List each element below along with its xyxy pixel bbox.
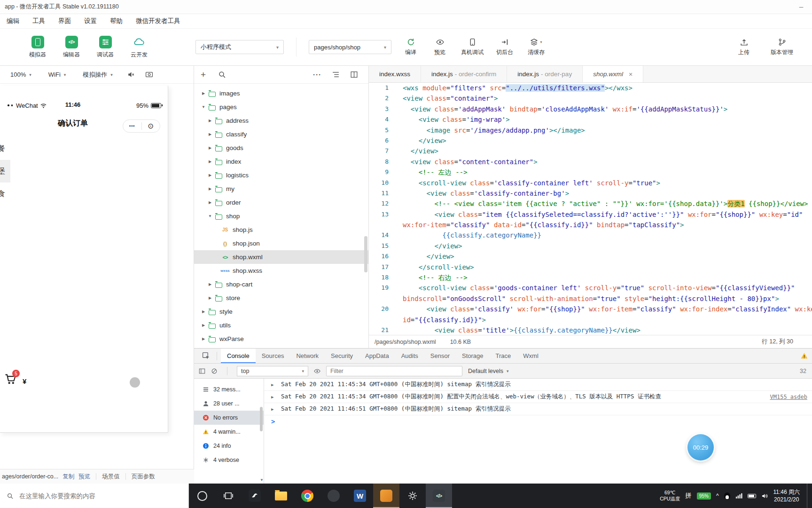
task-view-button[interactable] (215, 484, 242, 508)
running-app-button[interactable] (373, 484, 399, 508)
console-filter-item[interactable]: 24 info (194, 439, 264, 453)
tree-item[interactable]: ▶ address (194, 114, 368, 127)
tree-chevron-icon[interactable]: ▶ (200, 337, 207, 341)
console-message[interactable]: ▶ Sat Feb 20 2021 11:46:51 GMT+0800 (中国标… (264, 403, 812, 415)
close-tab-icon[interactable]: × (629, 71, 632, 78)
category-item[interactable]: 食 (0, 183, 10, 205)
search-files-button[interactable] (218, 71, 226, 79)
mute-button[interactable] (127, 71, 135, 79)
tree-item[interactable]: ▶ wxParse (194, 332, 368, 346)
ime-indicator[interactable]: 拼 (685, 492, 692, 500)
word-button[interactable]: W (347, 484, 373, 508)
simulator-toggle-button[interactable]: 模拟器 (21, 36, 55, 59)
tree-chevron-icon[interactable]: ▶ (206, 132, 214, 136)
tree-item[interactable]: ▶ shop-cart (194, 278, 368, 291)
preview-path-link[interactable]: 预览 (78, 473, 90, 481)
hidden-icons-button[interactable]: ^ (716, 492, 719, 499)
editor-tab[interactable]: shop.wxml × (583, 66, 643, 82)
cortana-button[interactable] (189, 484, 215, 508)
qq-icon[interactable] (724, 492, 730, 500)
minimize-button[interactable]: ─ (790, 0, 812, 14)
tree-chevron-icon[interactable]: ▶ (206, 296, 214, 300)
simulate-operation-select[interactable]: 模拟操作 ▾ (83, 71, 113, 79)
devtools-tab[interactable]: Console (221, 349, 256, 363)
warnings-indicator[interactable] (800, 352, 808, 360)
devtools-tab[interactable]: Wxml (517, 349, 545, 363)
outline-button[interactable] (332, 71, 340, 79)
menu-item[interactable]: 微信开发者工具 (129, 14, 187, 28)
tree-item[interactable]: ▶ style (194, 305, 368, 318)
simulator-screen[interactable]: WeChat 11:46 95% 确认订单 ••• ⊙ 餐 堡 食 (0, 86, 168, 433)
pinned-app-button[interactable] (242, 484, 268, 508)
expand-caret-icon[interactable]: ▶ (271, 395, 273, 399)
devtools-tab[interactable]: Audits (395, 349, 424, 363)
tree-item[interactable]: ▶ index (194, 155, 368, 168)
tree-item[interactable]: ▶ logistics (194, 168, 368, 182)
tree-item[interactable]: ▼ shop (194, 209, 368, 223)
category-item[interactable]: 堡 (0, 160, 10, 183)
tree-item[interactable]: ▶ images (194, 87, 368, 100)
copy-path-link[interactable]: 复制 (62, 473, 74, 481)
preview-button[interactable]: 预览 (425, 38, 454, 56)
device-debug-button[interactable]: 真机调试 (454, 38, 490, 56)
clear-cache-button[interactable]: ▾ 清缓存 (519, 38, 553, 56)
devtools-tab[interactable]: Storage (456, 349, 490, 363)
recording-timer-bubble[interactable]: 00:29 (687, 434, 714, 460)
version-control-button[interactable]: 版本管理 (764, 38, 800, 56)
tree-item[interactable]: ▼ pages (194, 100, 368, 114)
switch-background-button[interactable]: 切后台 (490, 38, 519, 56)
taskbar-search-input[interactable] (18, 492, 169, 500)
menu-item[interactable]: 界面 (52, 14, 78, 28)
expand-caret-icon[interactable]: ▶ (271, 407, 273, 412)
new-file-button[interactable]: + (201, 70, 206, 79)
devtools-tab[interactable]: Sensor (424, 349, 456, 363)
tree-item[interactable]: <> shop.wxml (194, 250, 368, 264)
devtools-tab[interactable]: AppData (359, 349, 395, 363)
split-editor-button[interactable] (350, 71, 358, 79)
dark-app-button[interactable] (320, 484, 347, 508)
cloud-dev-button[interactable]: 云开发 (122, 36, 156, 59)
settings-button[interactable] (399, 484, 426, 508)
tree-item[interactable]: ▶ order (194, 196, 368, 209)
menu-item[interactable]: 编辑 (0, 14, 26, 28)
clear-console-button[interactable] (211, 368, 218, 374)
console-message[interactable]: ▶ Sat Feb 20 2021 11:45:34 GMT+0800 (中国标… (264, 379, 812, 391)
console-message[interactable]: ▶ Sat Feb 20 2021 11:45:34 GMT+0800 (中国标… (264, 391, 812, 403)
devtools-tab[interactable]: Network (290, 349, 325, 363)
code-area[interactable]: 1 <wxs module="filters" src="../../utils… (369, 83, 812, 335)
console-filter-input[interactable] (326, 366, 462, 376)
tree-chevron-icon[interactable]: ▶ (200, 323, 207, 327)
show-desktop-button[interactable] (807, 484, 809, 508)
console-filter-item[interactable]: No errors (194, 411, 264, 425)
console-eye-button[interactable] (314, 368, 320, 374)
tree-chevron-icon[interactable]: ▼ (206, 214, 214, 218)
inspect-element-button[interactable] (199, 352, 213, 360)
volume-icon[interactable] (761, 493, 768, 499)
tree-scrollbar[interactable] (364, 236, 367, 272)
upload-button[interactable]: 上传 (730, 38, 757, 56)
tree-item[interactable]: JS shop.js (194, 223, 368, 237)
menu-item[interactable]: 工具 (26, 14, 52, 28)
page-params-tab[interactable]: 页面参数 (132, 473, 155, 481)
console-filter-item[interactable]: 32 mess... (194, 382, 264, 397)
devtools-tab[interactable]: Trace (490, 349, 517, 363)
zoom-select[interactable]: 100% ▾ (10, 71, 31, 78)
editor-toggle-button[interactable]: </> 编辑器 (55, 36, 88, 59)
tree-chevron-icon[interactable]: ▶ (200, 310, 207, 314)
more-menu-button[interactable]: ••• (123, 124, 141, 128)
tree-chevron-icon[interactable]: ▶ (206, 146, 214, 150)
tree-chevron-icon[interactable]: ▶ (206, 159, 214, 164)
tree-chevron-icon[interactable]: ▼ (200, 105, 207, 109)
console-filter-item[interactable]: 4 verbose (194, 453, 264, 467)
console-prompt[interactable]: > (264, 415, 812, 428)
network-select[interactable]: WiFi ▾ (48, 71, 66, 78)
compile-page-select[interactable]: pages/shop/shop ▾ (309, 40, 391, 54)
log-levels-select[interactable]: Default levels ▾ (468, 368, 509, 374)
tree-item[interactable]: wxss shop.wxss (194, 264, 368, 278)
sidebar-scrollbar[interactable] (260, 407, 263, 431)
tree-item[interactable]: ▶ goods (194, 141, 368, 155)
console-filter-item[interactable]: 28 user ... (194, 397, 264, 411)
menu-item[interactable]: 设置 (78, 14, 103, 28)
tree-chevron-icon[interactable]: ▶ (206, 173, 214, 177)
editor-tab[interactable]: index.wxss (369, 66, 421, 82)
